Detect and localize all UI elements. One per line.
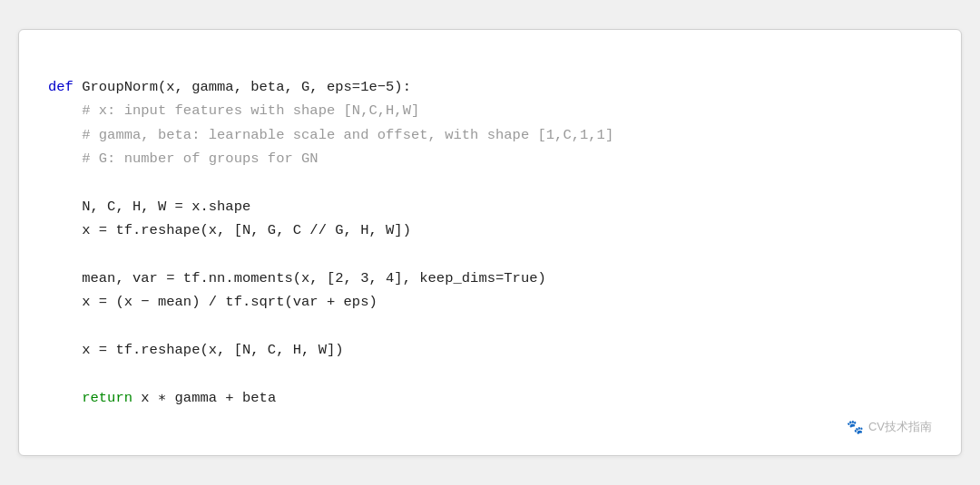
code-reshape2: x = tf.reshape(x, [N, C, H, W]) [48, 342, 344, 358]
comment-line-1: # x: input features with shape [N,C,H,W] [48, 102, 419, 119]
code-moments: mean, var = tf.nn.moments(x, [2, 3, 4], … [48, 270, 546, 286]
return-keyword: return [48, 390, 141, 406]
return-body: x ∗ gamma + beta [141, 390, 276, 406]
code-normalize: x = (x − mean) / tf.sqrt(var + eps) [48, 294, 377, 310]
function-signature: GroupNorm(x, gamma, beta, G, eps=1e−5): [82, 79, 411, 95]
def-keyword: def [48, 79, 82, 95]
comment-line-2: # gamma, beta: learnable scale and offse… [48, 127, 613, 143]
code-block: def GroupNorm(x, gamma, beta, G, eps=1e−… [48, 52, 932, 434]
code-shape: N, C, H, W = x.shape [48, 199, 250, 215]
code-container: def GroupNorm(x, gamma, beta, G, eps=1e−… [18, 29, 962, 457]
watermark-text: CV技术指南 [868, 419, 932, 435]
watermark: 🐾 CV技术指南 [847, 419, 932, 435]
comment-line-3: # G: number of groups for GN [48, 150, 318, 167]
code-reshape1: x = tf.reshape(x, [N, G, C // G, H, W]) [48, 222, 411, 238]
watermark-icon: 🐾 [847, 419, 864, 435]
